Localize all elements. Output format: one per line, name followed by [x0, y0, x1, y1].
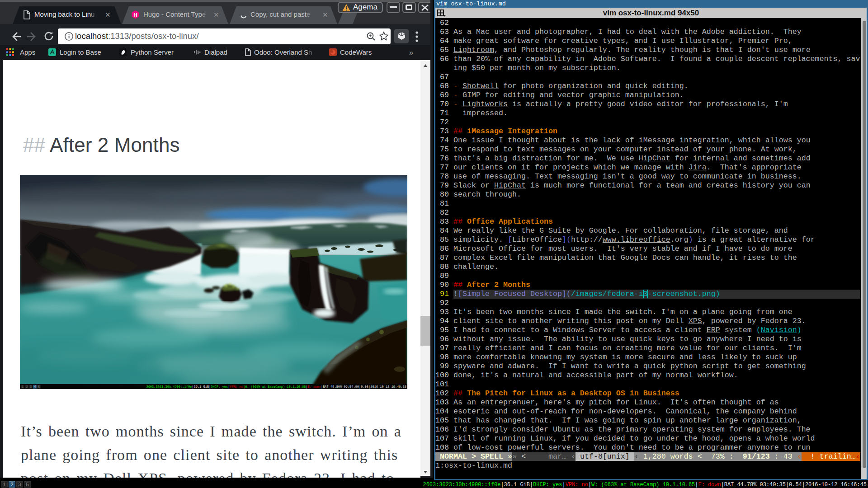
svg-text:2: 2	[26, 385, 28, 389]
svg-text:1: 1	[22, 385, 24, 389]
svg-text:4: 4	[34, 385, 36, 389]
svg-text:H: H	[133, 12, 137, 19]
svg-text:2603:3023:30b:4900::1f0e|36.1: 2603:3023:30b:4900::1f0e|36.1 GiB|DHCP: …	[146, 385, 406, 389]
svg-text:5: 5	[38, 385, 40, 389]
svg-text:3: 3	[30, 385, 32, 389]
